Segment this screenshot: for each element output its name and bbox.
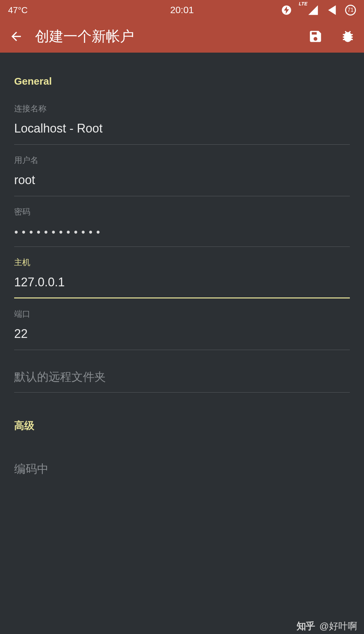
watermark: 知乎 @好叶啊 xyxy=(297,620,357,633)
nav-back-icon xyxy=(326,4,338,16)
remote-folder-input[interactable] xyxy=(14,370,350,393)
bug-icon xyxy=(340,29,355,44)
field-connection-name: 连接名称 xyxy=(14,93,350,145)
port-input[interactable] xyxy=(14,327,350,350)
status-bar: 47°C 20:01 LTE 71 xyxy=(0,0,364,20)
connection-name-input[interactable] xyxy=(14,121,350,145)
signal-icon xyxy=(307,4,319,16)
field-label: 用户名 xyxy=(14,155,350,166)
save-button[interactable] xyxy=(305,26,326,47)
battery-icon: 71 xyxy=(345,5,356,16)
status-temperature: 47°C xyxy=(8,5,28,16)
arrow-left-icon xyxy=(9,29,23,44)
app-bar: 创建一个新帐户 xyxy=(0,20,364,53)
field-label: 连接名称 xyxy=(14,103,350,114)
host-input[interactable] xyxy=(14,275,350,298)
field-username: 用户名 xyxy=(14,145,350,196)
field-host: 主机 xyxy=(14,247,350,298)
field-port: 端口 xyxy=(14,298,350,350)
field-label: 主机 xyxy=(14,257,350,268)
page-title: 创建一个新帐户 xyxy=(35,27,293,46)
field-label: 端口 xyxy=(14,309,350,319)
save-icon xyxy=(308,29,323,44)
back-button[interactable] xyxy=(6,26,26,47)
field-encoding xyxy=(14,439,350,476)
debug-button[interactable] xyxy=(338,26,358,47)
username-input[interactable] xyxy=(14,173,350,196)
bolt-icon xyxy=(281,5,292,15)
field-remote-folder xyxy=(14,350,350,393)
encoding-input[interactable] xyxy=(14,462,350,476)
lte-label: LTE xyxy=(299,1,307,6)
field-label: 密码 xyxy=(14,206,350,217)
section-header-advanced: 高级 xyxy=(14,393,350,439)
watermark-handle: @好叶啊 xyxy=(320,621,357,631)
signal-indicator: LTE xyxy=(299,4,319,16)
form-content: General 连接名称 用户名 密码 ●●●●●●●●●●●● 主机 端口 高… xyxy=(0,53,364,476)
password-input[interactable]: ●●●●●●●●●●●● xyxy=(14,225,350,247)
watermark-site: 知乎 xyxy=(297,621,315,631)
status-time: 20:01 xyxy=(170,5,194,16)
battery-percent: 71 xyxy=(347,7,354,13)
field-password: 密码 ●●●●●●●●●●●● xyxy=(14,196,350,247)
section-header-general: General xyxy=(14,53,350,93)
